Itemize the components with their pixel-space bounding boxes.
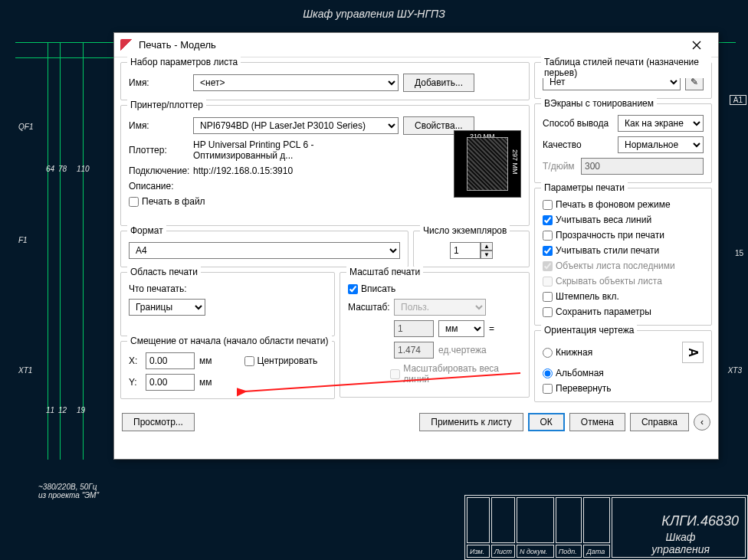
printer-name-select[interactable]: NPI6794BD (HP LaserJet P3010 Series) [193, 117, 399, 134]
border-15: 15 [732, 249, 746, 257]
x-label: X: [129, 355, 141, 366]
klgi-code: КЛГИ.46830 [661, 513, 739, 529]
shade-group: ВЭкраны с тонированием Способ выводаКак … [534, 103, 712, 183]
plot-to-file-label: Печать в файл [142, 196, 205, 207]
plot-area-group: Область печати Что печатать: Границы [120, 272, 335, 336]
scale-label: Масштаб: [348, 302, 389, 313]
page-setup-legend: Набор параметров листа [127, 57, 241, 67]
opt-ps-label: Учитывать стили печати [556, 245, 659, 256]
styles-legend: Таблица стилей печати (назначение перьев… [541, 57, 711, 78]
close-button[interactable] [681, 34, 712, 56]
upside-checkbox[interactable] [543, 384, 553, 394]
apply-layout-button[interactable]: Применить к листу [419, 413, 523, 431]
opt-stamp-checkbox[interactable] [543, 292, 553, 302]
center-label: Центрировать [258, 355, 318, 366]
opt-lw-label: Учитывать веса линий [556, 215, 651, 225]
opts-legend: Параметры печати [541, 182, 628, 193]
opt-ps-checkbox[interactable] [543, 246, 553, 256]
cancel-button[interactable]: Отмена [569, 413, 625, 431]
orientation-icon: A [682, 342, 704, 363]
where-value: http://192.168.0.15:3910 [193, 165, 293, 176]
plot-options-group: Параметры печати Печать в фоновом режиме… [534, 188, 712, 326]
expand-button[interactable]: ‹ [694, 414, 710, 431]
printer-name-label: Имя: [129, 120, 189, 131]
paper-legend: Формат [127, 225, 166, 236]
fit-checkbox[interactable] [348, 284, 358, 294]
plot-to-file-checkbox[interactable] [129, 197, 139, 207]
printer-legend: Принтер/плоттер [127, 100, 206, 110]
page-setup-group: Набор параметров листа Имя: <нет> Добави… [120, 62, 530, 100]
desc-label: Описание: [129, 181, 189, 192]
scale-den-input[interactable] [394, 342, 434, 359]
shade-mode-label: Способ вывода [543, 118, 613, 129]
portrait-radio[interactable] [543, 348, 553, 358]
close-icon [692, 41, 701, 50]
titlebar[interactable]: Печать - Модель [114, 33, 718, 57]
shade-qual-select[interactable]: Нормальное [618, 136, 704, 153]
plot-styles-group: Таблица стилей печати (назначение перьев… [534, 62, 712, 99]
paper-group: Формат A4 [120, 231, 408, 267]
y-label: Y: [129, 377, 141, 388]
upside-label: Перевернуть [556, 383, 612, 394]
cad-label-f1: F1 [18, 236, 28, 244]
paper-size-select[interactable]: A4 [129, 242, 400, 259]
equals-sign: = [489, 323, 494, 334]
opt-hide-checkbox [543, 277, 553, 287]
opt-tr-checkbox[interactable] [543, 231, 553, 241]
pageset-name-label: Имя: [129, 77, 189, 88]
dialog-title: Печать - Модель [139, 39, 681, 51]
scale-select[interactable]: Польз. [394, 299, 486, 316]
opt-save-checkbox[interactable] [543, 307, 553, 317]
copies-down-button[interactable]: ▼ [481, 251, 493, 259]
print-dialog: Печать - Модель Набор параметров листа И… [113, 32, 719, 460]
orient-legend: Ориентация чертежа [541, 325, 637, 336]
dpi-input [581, 158, 704, 175]
printer-group: Принтер/плоттер Имя: NPI6794BD (HP Laser… [120, 105, 530, 226]
scale-den-label: ед.чертежа [438, 345, 487, 355]
preview-button[interactable]: Просмотр... [122, 413, 195, 431]
y-input[interactable] [146, 374, 195, 391]
cad-power: ~380/220В, 50Гц из проекта "ЭМ" [38, 483, 99, 499]
copies-input[interactable] [450, 242, 481, 259]
ok-button[interactable]: ОК [528, 413, 565, 431]
landscape-radio[interactable] [543, 368, 553, 378]
pageset-add-button[interactable]: Добавить... [403, 74, 474, 92]
opt-last-label: Объекты листа последними [556, 260, 675, 271]
opt-lw-checkbox[interactable] [543, 215, 553, 225]
opt-stamp-label: Штемпель вкл. [556, 291, 619, 302]
cad-label-qf1: QF1 [18, 123, 33, 131]
dpi-label: Т/дюйм [543, 161, 576, 172]
x-input[interactable] [146, 352, 195, 369]
cad-label-xt1: XT1 [18, 366, 32, 375]
paper-preview: 210 MM 297 MM [454, 130, 521, 198]
pageset-name-select[interactable]: <нет> [193, 74, 399, 91]
offset-legend: Смещение от начала (начало области печат… [127, 336, 332, 346]
opt-bg-checkbox[interactable] [543, 200, 553, 210]
shkaf-txt: Шкаф управления [651, 531, 710, 555]
cad-n11: 11 [46, 406, 54, 414]
area-what-select[interactable]: Границы [129, 299, 205, 316]
area-what-label: Что печатать: [129, 283, 187, 294]
area-legend: Область печати [127, 267, 201, 277]
copies-up-button[interactable]: ▲ [481, 242, 493, 251]
landscape-label: Альбомная [556, 368, 604, 378]
fit-label: Вписать [361, 283, 395, 294]
help-button[interactable]: Справка [630, 413, 689, 431]
scale-unit-select[interactable]: мм [438, 320, 484, 337]
cad-n64: 64 [46, 165, 54, 173]
pencil-icon: ✎ [691, 77, 698, 87]
shade-mode-select[interactable]: Как на экране [618, 115, 704, 132]
cad-n12: 12 [58, 406, 67, 414]
scale-group: Масштаб печати Вписать Масштаб:Польз. мм… [340, 272, 530, 398]
dialog-footer: Просмотр... Применить к листу ОК Отмена … [114, 407, 718, 437]
shade-legend: ВЭкраны с тонированием [541, 98, 657, 109]
copies-spinner[interactable]: ▲▼ [450, 242, 493, 259]
cad-n78: 78 [58, 165, 67, 173]
scale-num-input[interactable] [394, 320, 434, 337]
plotter-value: HP Universal Printing PCL 6 - Оптимизиро… [193, 139, 391, 161]
opt-hide-label: Скрывать объекты листа [556, 276, 662, 287]
plotter-label: Плоттер: [129, 145, 189, 156]
cad-label-xt3: XT3 [728, 366, 742, 375]
scale-lw-checkbox[interactable] [390, 369, 400, 379]
center-checkbox[interactable] [244, 356, 254, 366]
